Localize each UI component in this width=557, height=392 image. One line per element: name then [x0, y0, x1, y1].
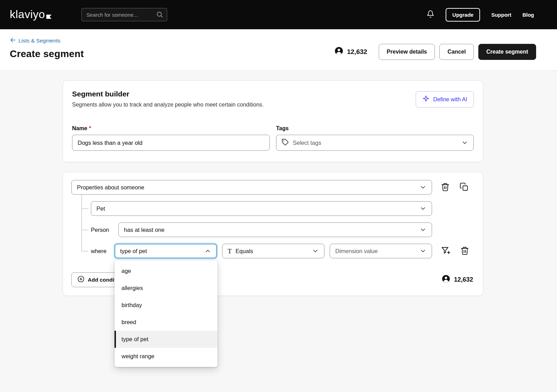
- dropdown-option[interactable]: allergies: [115, 280, 218, 297]
- delete-condition-button[interactable]: [441, 182, 450, 193]
- logo-text: klaviyo: [10, 9, 45, 20]
- quantifier-select[interactable]: has at least one: [118, 222, 432, 237]
- profiles-icon: [442, 275, 450, 285]
- segment-builder-card: Segment builder Segments allow you to tr…: [63, 80, 483, 162]
- condition-profile-count: 12,632: [442, 275, 473, 285]
- sparkle-icon: [422, 95, 430, 104]
- card-title: Segment builder: [72, 90, 264, 98]
- dimension-dropdown: age allergies birthday breed type of pet…: [115, 260, 218, 367]
- plus-circle-icon: [77, 275, 85, 284]
- required-marker: *: [89, 125, 91, 132]
- condition-profile-count-value: 12,632: [454, 276, 473, 283]
- operator-select[interactable]: T Equals: [222, 244, 324, 258]
- dropdown-option-selected[interactable]: type of pet: [115, 331, 218, 348]
- upgrade-button[interactable]: Upgrade: [446, 8, 480, 22]
- delete-row-button[interactable]: [460, 246, 469, 256]
- person-label: Person: [91, 227, 118, 233]
- blog-link[interactable]: Blog: [523, 12, 534, 18]
- operator-value: Equals: [236, 248, 253, 254]
- tree-connector: [81, 251, 88, 251]
- top-nav-actions: Upgrade Support Blog: [426, 8, 534, 22]
- where-label: where: [91, 248, 115, 254]
- top-nav: klaviyo Upgrade Support Blog: [0, 0, 557, 29]
- chevron-down-icon: [461, 139, 468, 146]
- chevron-down-icon: [419, 248, 426, 254]
- condition-category-value: Properties about someone: [77, 184, 144, 191]
- dropdown-option[interactable]: birthday: [115, 297, 218, 314]
- support-link[interactable]: Support: [491, 12, 511, 18]
- value-placeholder: Dimension value: [335, 248, 378, 254]
- tree-connector: [81, 209, 88, 209]
- dropdown-option[interactable]: breed: [115, 314, 218, 331]
- bell-icon: [426, 10, 434, 19]
- logo-flag-icon: [46, 9, 52, 21]
- create-segment-button[interactable]: Create segment: [478, 44, 536, 60]
- page-header: Lists & Segments Create segment 12,632 P…: [0, 29, 557, 71]
- klaviyo-logo[interactable]: klaviyo: [10, 9, 52, 21]
- page-header-actions: 12,632 Preview details Cancel Create seg…: [335, 44, 536, 60]
- cancel-button[interactable]: Cancel: [439, 44, 473, 60]
- page-header-left: Lists & Segments Create segment: [10, 37, 84, 60]
- trash-icon: [441, 182, 450, 193]
- notifications-button[interactable]: [426, 10, 434, 19]
- profile-count: 12,632: [335, 47, 367, 57]
- search-input[interactable]: [81, 8, 167, 21]
- tree-connector: [81, 230, 88, 230]
- segment-name-input[interactable]: [72, 135, 270, 151]
- dropdown-option[interactable]: age: [115, 262, 218, 280]
- preview-details-button[interactable]: Preview details: [379, 44, 435, 60]
- copy-icon: [460, 182, 469, 193]
- add-filter-button[interactable]: [441, 246, 450, 257]
- trash-icon: [460, 246, 469, 256]
- back-link-lists-segments[interactable]: Lists & Segments: [10, 37, 61, 45]
- chevron-down-icon: [419, 184, 426, 191]
- text-type-icon: T: [228, 248, 232, 254]
- property-select[interactable]: Pet: [91, 201, 432, 216]
- global-search: [81, 8, 167, 21]
- profiles-icon: [335, 47, 343, 57]
- back-link-label: Lists & Segments: [18, 38, 61, 44]
- tags-select[interactable]: Select tags: [276, 135, 474, 151]
- profile-count-value: 12,632: [347, 48, 367, 56]
- duplicate-condition-button[interactable]: [460, 182, 469, 193]
- chevron-up-icon: [204, 248, 211, 254]
- back-arrow-icon: [10, 37, 16, 45]
- tag-icon: [282, 139, 289, 147]
- dimension-value: type of pet: [120, 248, 147, 254]
- condition-category-select[interactable]: Properties about someone: [71, 180, 432, 195]
- card-subtitle: Segments allow you to track and analyze …: [72, 102, 264, 108]
- filter-plus-icon: [441, 246, 450, 257]
- chevron-down-icon: [312, 248, 319, 254]
- tags-placeholder: Select tags: [293, 140, 321, 146]
- define-with-ai-button[interactable]: Define with AI: [416, 91, 474, 108]
- tree-connector: [81, 195, 82, 251]
- name-field: Name *: [72, 125, 270, 151]
- chevron-down-icon: [419, 226, 426, 233]
- define-with-ai-label: Define with AI: [433, 96, 467, 103]
- main-content: Segment builder Segments allow you to tr…: [0, 71, 557, 296]
- page-title: Create segment: [10, 48, 84, 60]
- tags-label: Tags: [276, 125, 289, 132]
- tags-field: Tags Select tags: [276, 125, 474, 151]
- name-label: Name: [72, 125, 87, 132]
- dropdown-option[interactable]: weight range: [115, 348, 218, 365]
- dimension-select[interactable]: type of pet: [115, 244, 217, 258]
- condition-card: Properties about someone: [63, 172, 483, 296]
- chevron-down-icon: [419, 205, 426, 212]
- property-value: Pet: [96, 205, 105, 212]
- segment-builder-heading: Segment builder Segments allow you to tr…: [72, 90, 264, 108]
- value-select[interactable]: Dimension value: [330, 244, 432, 258]
- quantifier-value: has at least one: [124, 227, 165, 233]
